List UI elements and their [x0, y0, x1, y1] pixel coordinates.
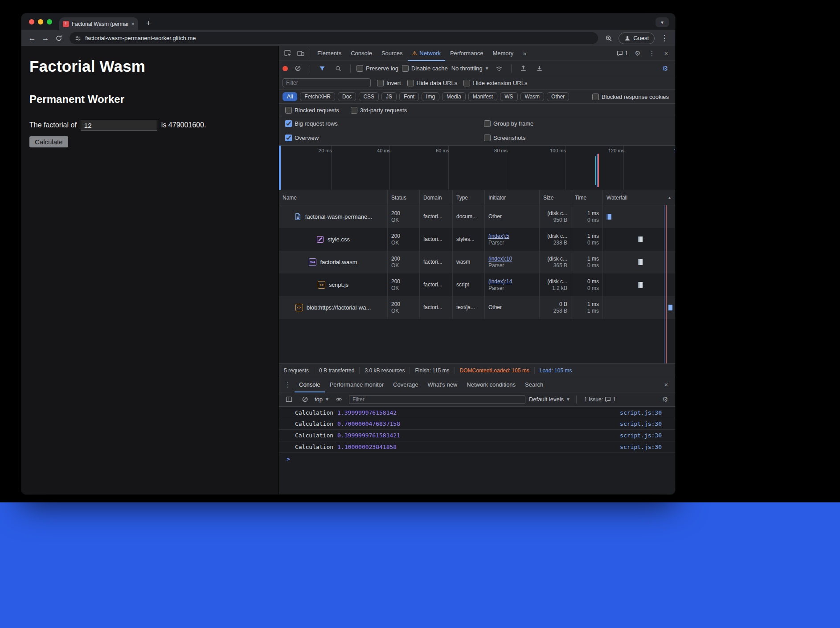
close-window-button[interactable] — [29, 19, 34, 24]
reload-button[interactable] — [53, 32, 65, 45]
drawer-close-button[interactable]: × — [660, 379, 672, 391]
filter-chip-all[interactable]: All — [283, 92, 297, 101]
column-header-status[interactable]: Status — [388, 190, 420, 205]
column-header-initiator[interactable]: Initiator — [485, 190, 540, 205]
checkbox[interactable] — [407, 80, 414, 86]
tab-network[interactable]: ⚠Network — [408, 46, 445, 61]
checkbox[interactable] — [285, 107, 292, 114]
big-request-rows-checkbox[interactable]: Big request rows — [285, 120, 338, 127]
hide-data-urls-checkbox[interactable]: Hide data URLs — [407, 80, 458, 86]
checkbox[interactable] — [484, 135, 491, 141]
checkbox[interactable] — [484, 120, 491, 127]
back-button[interactable]: ← — [26, 32, 38, 45]
tab-close-icon[interactable]: × — [131, 21, 135, 27]
invert-checkbox[interactable]: Invert — [377, 80, 401, 86]
tab-performance[interactable]: Performance — [446, 46, 488, 61]
import-har-button[interactable] — [517, 63, 530, 74]
overview-handle[interactable] — [279, 146, 281, 190]
checkbox[interactable] — [285, 135, 292, 141]
screenshots-checkbox[interactable]: Screenshots — [484, 135, 525, 141]
address-bar[interactable]: factorial-wasm-permanent-worker.glitch.m… — [70, 32, 598, 44]
source-link[interactable]: script.js:30 — [620, 420, 662, 427]
device-toolbar-button[interactable] — [295, 48, 307, 59]
forward-button[interactable]: → — [39, 32, 52, 45]
filter-chip-font[interactable]: Font — [399, 92, 419, 101]
column-header-domain[interactable]: Domain — [420, 190, 453, 205]
disable-cache-checkbox[interactable]: Disable cache — [402, 65, 448, 72]
drawer-tab-search[interactable]: Search — [520, 377, 548, 392]
javascript-context-dropdown[interactable]: top▼ — [315, 396, 329, 403]
console-message[interactable]: Calculation 0.7000000476837158 script.js… — [279, 418, 675, 430]
checkbox[interactable] — [351, 107, 357, 114]
console-filter-input[interactable] — [349, 395, 525, 404]
blocked-requests-checkbox[interactable]: Blocked requests — [285, 107, 339, 114]
devtools-settings-button[interactable]: ⚙ — [631, 48, 644, 59]
minimize-window-button[interactable] — [38, 19, 43, 24]
drawer-tab-console[interactable]: Console — [295, 377, 325, 392]
blocked-response-cookies-checkbox[interactable]: Blocked response cookies — [592, 94, 669, 100]
column-header-name[interactable]: Name — [279, 190, 388, 205]
preserve-log-checkbox[interactable]: Preserve log — [356, 65, 398, 72]
more-tabs-button[interactable]: » — [518, 48, 531, 59]
issues-counter[interactable]: 1 — [615, 50, 630, 57]
console-message[interactable]: Calculation 1.399999976158142 script.js:… — [279, 407, 675, 418]
console-message[interactable]: Calculation 0.3999999761581421 script.js… — [279, 430, 675, 441]
source-link[interactable]: script.js:30 — [620, 409, 662, 416]
filter-chip-css[interactable]: CSS — [359, 92, 379, 101]
column-header-time[interactable]: Time — [571, 190, 603, 205]
export-har-button[interactable] — [533, 63, 546, 74]
column-header-size[interactable]: Size — [540, 190, 571, 205]
network-overview-timeline[interactable]: 20 ms 40 ms 60 ms 80 ms 100 ms 120 ms 14 — [279, 146, 675, 190]
table-row[interactable]: WA factorial.wasm 200OK factori... wasm … — [279, 251, 675, 273]
site-settings-icon[interactable] — [75, 35, 81, 41]
console-input[interactable]: > — [279, 453, 675, 465]
filter-chip-img[interactable]: Img — [422, 92, 439, 101]
throttling-dropdown[interactable]: No throttling▼ — [451, 65, 489, 72]
checkbox[interactable] — [377, 80, 384, 86]
browser-tab[interactable]: ! Factorial Wasm (permanent W × — [59, 17, 138, 30]
drawer-tab-coverage[interactable]: Coverage — [389, 377, 422, 392]
filter-chip-fetch-xhr[interactable]: Fetch/XHR — [300, 92, 335, 101]
filter-chip-media[interactable]: Media — [442, 92, 466, 101]
table-row[interactable]: factorial-wasm-permane... 200OK factori.… — [279, 205, 675, 228]
tab-search-button[interactable]: ▾ — [656, 17, 669, 27]
new-tab-button[interactable]: + — [143, 17, 154, 29]
record-network-log-button[interactable] — [283, 66, 288, 71]
drawer-tab-network-conditions[interactable]: Network conditions — [462, 377, 520, 392]
zoom-button[interactable] — [602, 32, 615, 45]
inspect-element-button[interactable] — [282, 48, 294, 59]
drawer-menu-button[interactable]: ⋮ — [282, 379, 294, 391]
initiator-link[interactable]: (index):10 — [488, 256, 536, 262]
factorial-input[interactable] — [81, 120, 157, 130]
source-link[interactable]: script.js:30 — [620, 444, 662, 450]
console-message[interactable]: Calculation 1.100000023841858 script.js:… — [279, 441, 675, 453]
filter-chip-wasm[interactable]: Wasm — [520, 92, 545, 101]
column-header-waterfall[interactable]: Waterfall▲ — [603, 190, 675, 205]
table-row[interactable]: <> script.js 200OK factori... script (in… — [279, 273, 675, 296]
log-levels-dropdown[interactable]: Default levels▼ — [529, 396, 570, 403]
tab-elements[interactable]: Elements — [313, 46, 346, 61]
filter-toggle-button[interactable] — [316, 63, 328, 74]
clear-console-button[interactable] — [299, 394, 311, 405]
browser-menu-button[interactable]: ⋮ — [658, 32, 671, 45]
table-row[interactable]: <> blob:https://factorial-wa... 200OK fa… — [279, 296, 675, 319]
devtools-close-button[interactable]: × — [660, 48, 672, 59]
maximize-window-button[interactable] — [47, 19, 52, 24]
network-search-button[interactable] — [332, 63, 344, 74]
clear-network-log-button[interactable] — [291, 63, 304, 74]
tab-memory[interactable]: Memory — [488, 46, 518, 61]
tab-sources[interactable]: Sources — [377, 46, 407, 61]
hide-extension-urls-checkbox[interactable]: Hide extension URLs — [463, 80, 527, 86]
checkbox[interactable] — [463, 80, 470, 86]
network-settings-button[interactable]: ⚙ — [659, 63, 672, 74]
network-filter-input[interactable] — [283, 78, 371, 87]
profile-button[interactable]: Guest — [619, 33, 655, 44]
filter-chip-other[interactable]: Other — [547, 92, 569, 101]
tab-console[interactable]: Console — [346, 46, 377, 61]
initiator-link[interactable]: (index):5 — [488, 233, 536, 240]
drawer-tab-performance-monitor[interactable]: Performance monitor — [325, 377, 388, 392]
create-live-expression-button[interactable] — [333, 394, 345, 405]
network-conditions-button[interactable] — [493, 63, 505, 74]
devtools-menu-button[interactable]: ⋮ — [646, 48, 658, 59]
initiator-link[interactable]: (index):14 — [488, 278, 536, 285]
